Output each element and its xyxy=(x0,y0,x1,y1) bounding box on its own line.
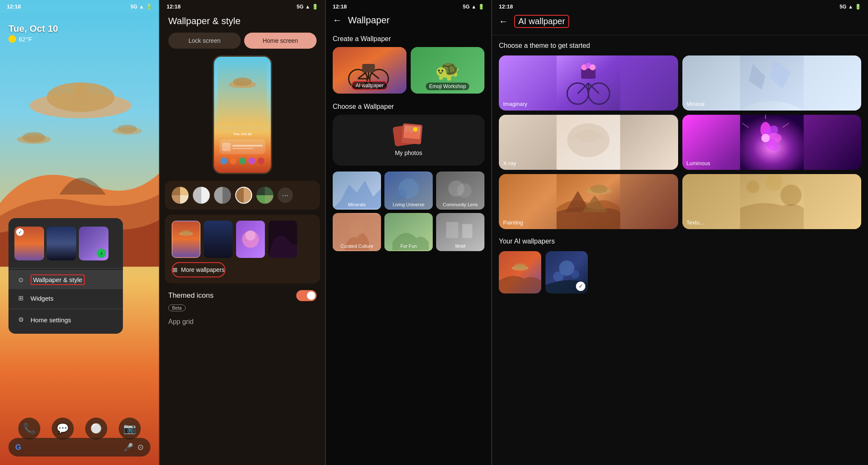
menu-item-wallpaper[interactable]: ⊙ Wallpaper & style xyxy=(8,270,123,289)
wallpaper-menu-icon: ⊙ xyxy=(16,275,25,285)
wallpaper-thumb-3p2[interactable] xyxy=(236,221,265,258)
swatch-1[interactable] xyxy=(172,187,189,204)
svg-point-74 xyxy=(514,263,526,269)
theme-card-luminous[interactable]: Luminous xyxy=(682,115,862,170)
back-button-panel3[interactable]: ← xyxy=(333,15,342,26)
home-screen-tab[interactable]: Home screen xyxy=(244,33,317,49)
texture-label: Textu... xyxy=(687,219,704,226)
more-wallpapers-button[interactable]: ⊞ More wallpapers xyxy=(172,262,225,277)
svg-point-52 xyxy=(590,64,595,70)
your-ai-wallpapers-label: Your AI wallpapers xyxy=(492,238,868,251)
grid-item-motif[interactable]: Motif xyxy=(436,213,484,251)
swatch-5[interactable] xyxy=(256,187,273,204)
mineral-label: Mineral xyxy=(687,101,705,107)
wallpaper-thumb-1[interactable] xyxy=(14,227,44,260)
grid-item-community-lens[interactable]: Community Lens xyxy=(436,172,484,210)
signal-icon-3: ▲ xyxy=(471,4,476,10)
menu-item-home-settings[interactable]: ⚙ Home settings xyxy=(8,311,123,329)
ai-thumbs-row: ✓ xyxy=(492,251,868,293)
theme-card-painting[interactable]: Painting xyxy=(499,174,678,229)
grid-item-for-fun[interactable]: For Fun xyxy=(384,213,433,251)
wallpaper-style-title: Wallpaper & style xyxy=(160,11,325,33)
phone-app-icon[interactable]: 📞 xyxy=(18,418,40,440)
wallpaper-thumb-2p2[interactable] xyxy=(204,221,233,258)
ai-thumb-2-selected[interactable]: ✓ xyxy=(545,251,588,293)
living-universe-label: Living Universe xyxy=(384,202,433,207)
grid-row-2: Curated Culture For Fun Motif xyxy=(333,213,484,251)
painting-label: Painting xyxy=(503,219,523,226)
signal-icon-2: ▲ xyxy=(305,4,310,10)
themed-icons-row: Themed icons xyxy=(168,290,317,301)
choose-theme-label: Choose a theme to get started xyxy=(492,42,868,55)
themed-icons-toggle[interactable] xyxy=(296,290,317,301)
status-icons-panel3: 5G ▲ 🔋 xyxy=(463,3,484,10)
theme-card-texture[interactable]: Textu... xyxy=(682,174,862,229)
menu-item-widgets[interactable]: ⊞ Widgets xyxy=(8,289,123,307)
svg-point-71 xyxy=(780,185,801,206)
photos-icon-group xyxy=(394,124,423,145)
emoji-workshop-card[interactable]: 🐢 Emoji Workshop xyxy=(411,47,484,94)
chrome-app-icon[interactable]: ⚪ xyxy=(85,418,107,440)
swatches-row: ··· xyxy=(172,187,313,204)
network-panel4: 5G xyxy=(840,4,846,10)
svg-point-78 xyxy=(571,270,579,279)
theme-card-imaginary[interactable]: Imaginary xyxy=(499,55,678,111)
camera-app-icon[interactable]: 📷 xyxy=(119,418,141,440)
app-dock: 📞 💬 ⚪ 📷 xyxy=(0,418,159,440)
menu-divider xyxy=(8,268,123,268)
create-section-label: Create a Wallpaper xyxy=(326,33,491,47)
my-photos-card[interactable]: My photos xyxy=(333,115,484,166)
more-swatches-button[interactable]: ··· xyxy=(278,188,293,203)
back-button-panel4[interactable]: ← xyxy=(499,16,508,27)
wallpaper-thumb-3[interactable]: ♪ xyxy=(79,227,108,260)
date-widget: Tue, Oct 10 62°F xyxy=(8,23,58,43)
xray-label: X-ray xyxy=(503,160,516,166)
swatch-3[interactable] xyxy=(214,187,231,204)
mic-icon[interactable]: 🎤 xyxy=(124,443,133,452)
phone-date-small: Tue, Oct 10 xyxy=(234,132,252,136)
swatch-4[interactable] xyxy=(235,187,252,204)
ai-wallpaper-card[interactable]: AI wallpaper xyxy=(333,47,406,94)
lens-icon[interactable]: ⊙ xyxy=(137,443,144,452)
date-text: Tue, Oct 10 xyxy=(8,23,58,34)
curated-culture-label: Curated Culture xyxy=(333,244,381,249)
menu-divider-2 xyxy=(8,309,123,309)
swatch-2[interactable] xyxy=(193,187,210,204)
phone-screen: Tue, Oct 10 xyxy=(214,57,271,173)
time-panel2: 12:18 xyxy=(167,3,181,10)
svg-point-70 xyxy=(765,174,782,191)
svg-rect-3 xyxy=(74,84,87,101)
status-icons-panel1: 5G ▲ 🔋 xyxy=(131,3,152,10)
svg-point-10 xyxy=(233,78,252,86)
grid-item-curated-culture[interactable]: Curated Culture xyxy=(333,213,381,251)
battery-icon: 🔋 xyxy=(146,4,152,10)
minerals-label: Minerals xyxy=(333,202,381,207)
context-menu: ♪ ⊙ Wallpaper & style ⊞ Widgets ⚙ Home s… xyxy=(8,218,123,334)
screen-tabs: Lock screen Home screen xyxy=(160,33,325,55)
theme-card-mineral[interactable]: Mineral xyxy=(682,55,862,111)
grid-item-living-universe[interactable]: Living Universe xyxy=(384,172,433,210)
lock-screen-tab[interactable]: Lock screen xyxy=(168,33,241,49)
theme-card-xray[interactable]: X-ray xyxy=(499,115,678,170)
svg-point-61 xyxy=(761,134,770,142)
svg-rect-14 xyxy=(204,221,233,258)
messages-app-icon[interactable]: 💬 xyxy=(52,418,74,440)
widgets-menu-icon: ⊞ xyxy=(16,293,25,303)
my-photos-label: My photos xyxy=(395,149,423,156)
current-wallpaper-thumb[interactable] xyxy=(172,221,200,258)
status-bar-panel3: 12:18 5G ▲ 🔋 xyxy=(326,0,491,11)
panel-ai-wallpaper: 12:18 5G ▲ 🔋 ← AI wallpaper Choose a the… xyxy=(492,0,868,465)
google-search-bar[interactable]: G 🎤 ⊙ xyxy=(8,438,150,457)
wallpaper-thumb-4p2[interactable] xyxy=(268,221,297,258)
google-logo: G xyxy=(15,443,21,452)
wallpaper-thumb-2[interactable] xyxy=(47,227,76,260)
ai-wallpaper-card-label: AI wallpaper xyxy=(351,81,388,90)
for-fun-label: For Fun xyxy=(384,244,433,249)
network-panel3: 5G xyxy=(463,4,470,10)
battery-icon-2: 🔋 xyxy=(312,4,318,10)
grid-item-minerals[interactable]: Minerals xyxy=(333,172,381,210)
community-lens-label: Community Lens xyxy=(436,202,484,207)
ai-thumb-1[interactable] xyxy=(499,251,541,293)
battery-icon-4: 🔋 xyxy=(855,4,861,10)
phone-preview-container: Tue, Oct 10 xyxy=(160,55,325,181)
